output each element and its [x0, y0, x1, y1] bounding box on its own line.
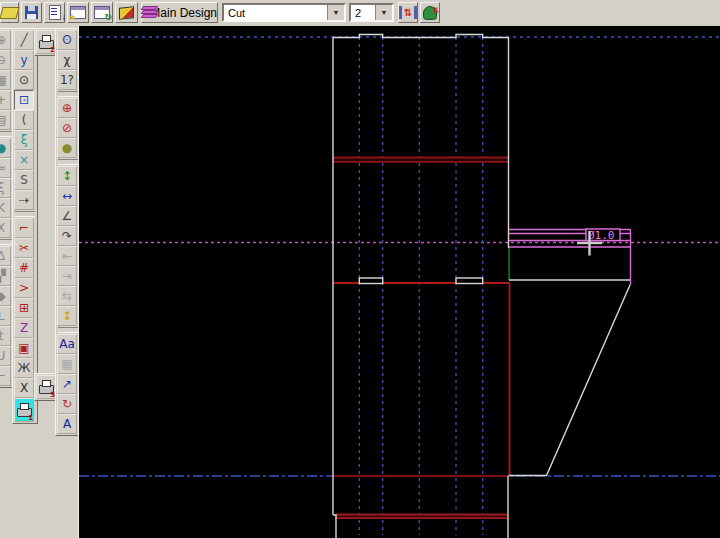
clipped-tool-k[interactable]: K — [0, 198, 11, 218]
dim-tool-2-icon[interactable]: ⇥ — [57, 266, 77, 286]
guide-lines — [79, 37, 720, 476]
scale-combo[interactable]: 2 ▼ — [349, 3, 394, 22]
text-tool-icon[interactable]: Aa — [57, 334, 77, 354]
save-button[interactable] — [21, 2, 42, 23]
drawing-canvas[interactable]: Ø1.0 — [78, 26, 720, 538]
window-refresh-icon — [94, 6, 110, 19]
open-folder-icon — [0, 7, 20, 19]
clipped-tool-diamond[interactable]: ◆ — [0, 286, 11, 306]
fit-vertical-icon: ⇅ — [399, 6, 417, 19]
blob-tool-icon[interactable]: ● — [57, 138, 77, 158]
chevron-down-icon[interactable]: ▼ — [375, 5, 392, 20]
cut-outline[interactable] — [333, 35, 630, 538]
layers-icon — [142, 6, 146, 19]
page-down-arrow-icon — [49, 5, 61, 20]
green-figure-icon — [423, 6, 437, 20]
toolbox-separator — [58, 327, 78, 333]
point-curve-tool-icon[interactable]: y — [14, 50, 34, 70]
print-item-3-button[interactable]: 3 — [36, 375, 56, 399]
clipped-tool-l[interactable]: L — [0, 306, 11, 326]
rotate-tool-icon[interactable]: ↻ — [57, 394, 77, 414]
layer-combo[interactable]: Cut ▼ — [222, 3, 346, 22]
nested-rect-tool-icon[interactable]: ▣ — [14, 338, 34, 358]
s-curve-tool-icon[interactable]: S — [14, 170, 34, 190]
horizontal-arrow-tool-icon[interactable]: ↔ — [57, 186, 77, 206]
window-star-icon — [70, 6, 86, 19]
scissors-tool-icon[interactable]: ✂ — [14, 238, 34, 258]
letter-a-tool-icon[interactable]: A — [57, 414, 77, 434]
star-x-tool-icon[interactable]: Ж — [14, 358, 34, 378]
dim-highlight-tool-icon[interactable]: ↕ — [57, 306, 77, 326]
vertical-arrow-tool-icon[interactable]: ↕ — [57, 166, 77, 186]
left-toolbox: ⊕⊖▦+▤●≈ξKXΔ▞◆LtU⌐ ╱y⊙⊡(ξ×S⇢⌐✂#>⊞Z▣ЖX1 2 … — [0, 26, 78, 538]
toolbox-separator — [58, 159, 78, 165]
toolbox-separator — [0, 239, 12, 245]
dotted-line-tool-icon[interactable]: ⇢ — [14, 190, 34, 210]
layer-combo-value: Cut — [224, 7, 327, 19]
clipped-tool-u[interactable]: U — [0, 346, 11, 366]
line-tool-icon[interactable]: ╱ — [14, 30, 34, 50]
main-design-label: Main Design — [150, 6, 217, 20]
scale-combo-value: 2 — [351, 7, 375, 19]
arc-tool-icon[interactable]: ( — [14, 110, 34, 130]
clipped-tool-corner[interactable]: ⌐ — [0, 366, 11, 386]
dimension-label: Ø1.0 — [588, 229, 615, 242]
rotate-curve-tool-icon[interactable]: ↷ — [57, 226, 77, 246]
top-toolbar: Main Design Cut ▼ 2 ▼ ⇅ — [0, 0, 720, 27]
x-curve-tool-icon[interactable]: χ — [57, 50, 77, 70]
clipped-tool-panel[interactable]: ▤ — [0, 110, 11, 130]
hatch-tool-icon[interactable]: # — [14, 258, 34, 278]
clipped-tool-circle-plus[interactable]: ⊕ — [0, 30, 11, 50]
circle-plus-tool-icon[interactable]: ⊕ — [57, 98, 77, 118]
toolbox-separator — [58, 91, 78, 97]
print-item-1-button[interactable]: 1 — [14, 398, 34, 422]
print-item-2-button[interactable]: 2 — [36, 30, 56, 54]
stopwatch-tool-icon[interactable]: ʘ — [57, 30, 77, 50]
angle-tool-icon[interactable]: ∠ — [57, 206, 77, 226]
chevron-down-icon[interactable]: ▼ — [327, 5, 344, 20]
clipped-tool-circle-minus[interactable]: ⊖ — [0, 50, 11, 70]
main-design-button[interactable]: Main Design — [141, 2, 218, 23]
clipped-tool-ball[interactable]: ● — [0, 138, 11, 158]
fold-lines[interactable] — [359, 37, 482, 535]
clipped-tool-shade[interactable]: ▞ — [0, 266, 11, 286]
table-tool-icon[interactable]: ▦ — [57, 354, 77, 374]
bold-x-tool-icon[interactable]: X — [14, 378, 34, 398]
slot-tool-icon[interactable]: ⊘ — [57, 118, 77, 138]
toolbox-separator — [0, 131, 12, 137]
toolbox-separator — [15, 211, 35, 217]
windows-flag-icon — [119, 6, 134, 20]
arrow-ne-tool-icon[interactable]: ↗ — [57, 374, 77, 394]
zigzag-tool-icon[interactable]: Z — [14, 318, 34, 338]
dim-tool-1-icon[interactable]: ⇤ — [57, 246, 77, 266]
windows-flag-button[interactable] — [115, 2, 138, 23]
user-tool-button[interactable] — [420, 2, 440, 23]
updown-question-tool-icon[interactable]: 1? — [57, 70, 77, 90]
new-window-button[interactable] — [67, 2, 89, 23]
rebuild-window-button[interactable] — [91, 2, 113, 23]
clipped-tool-t[interactable]: t — [0, 326, 11, 346]
chevron-tool-icon[interactable]: > — [14, 278, 34, 298]
clipped-tool-hand[interactable]: + — [0, 90, 11, 110]
select-rect-tool-icon[interactable]: ⊡ — [14, 90, 34, 110]
import-button[interactable] — [44, 2, 65, 23]
toolbox-column-draw: ╱y⊙⊡(ξ×S⇢⌐✂#>⊞Z▣ЖX1 — [12, 28, 38, 424]
clipped-tool-wave[interactable]: ≈ — [0, 158, 11, 178]
dim-tool-3-icon[interactable]: ⇆ — [57, 286, 77, 306]
open-button[interactable] — [0, 2, 19, 23]
cross-lines-tool-icon[interactable]: × — [14, 150, 34, 170]
save-icon — [25, 6, 38, 19]
clipped-tool-x[interactable]: X — [0, 218, 11, 238]
clipped-tool-delta[interactable]: Δ — [0, 246, 11, 266]
rect-handles-tool-icon[interactable]: ⊞ — [14, 298, 34, 318]
clipped-tool-grid[interactable]: ▦ — [0, 70, 11, 90]
clipped-tool-curve[interactable]: ξ — [0, 178, 11, 198]
bezier-tool-icon[interactable]: ξ — [14, 130, 34, 150]
circle-tool-icon[interactable]: ⊙ — [14, 70, 34, 90]
fillet-tool-icon[interactable]: ⌐ — [14, 218, 34, 238]
fit-view-button[interactable]: ⇅ — [398, 2, 418, 23]
